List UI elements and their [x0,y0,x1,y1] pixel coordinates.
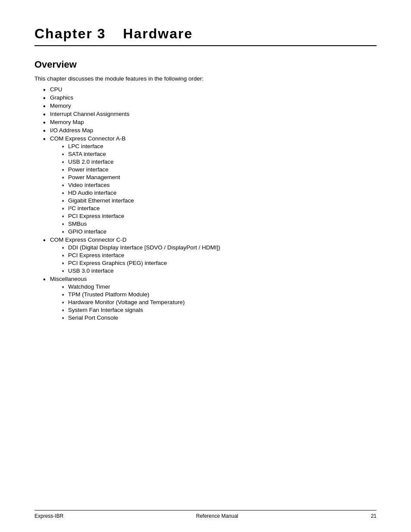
main-list: CPU Graphics Memory Interrupt Channel As… [34,86,377,321]
sub-list-item: USB 2.0 interface [62,159,377,165]
sub-list-item: Hardware Monitor (Voltage and Temperatur… [62,299,377,305]
overview-section: Overview This chapter discusses the modu… [34,59,377,321]
sub-list-item: LPC interface [62,143,377,149]
chapter-title: Chapter 3Hardware [34,26,377,42]
footer-center: Reference Manual [196,513,238,519]
sub-list-item: USB 3.0 interface [62,268,377,274]
intro-text: This chapter discusses the module featur… [34,75,377,82]
chapter-number: Chapter 3 [34,26,106,41]
sub-list-item: DDI (Digital Display Interface [SDVO / D… [62,244,377,251]
sub-list-item: HD Audio interface [62,190,377,196]
sub-list-item: I²C interface [62,205,377,212]
sub-list-item: GPIO interface [62,228,377,235]
sub-list-item: Power interface [62,166,377,173]
sub-list: LPC interface SATA interface USB 2.0 int… [50,143,377,235]
sub-list-item: SATA interface [62,151,377,157]
footer-left: Express-IBR [34,513,63,519]
sub-list-item: PCI Express interface [62,252,377,258]
list-item: Memory Map [43,119,377,125]
section-title: Overview [34,59,377,70]
sub-list-item: TPM (Trusted Platform Module) [62,291,377,298]
list-item: I/O Address Map [43,127,377,134]
list-item: Miscellaneous Watchdog Timer TPM (Truste… [43,276,377,321]
list-item: Interrupt Channel Assignments [43,111,377,117]
sub-list-item: Video interfaces [62,182,377,188]
list-item: Memory [43,103,377,109]
chapter-header: Chapter 3Hardware [34,26,377,46]
sub-list-item: SMBus [62,221,377,227]
sub-list-item: PCI Express Graphics (PEG) interface [62,260,377,266]
chapter-name: Hardware [123,26,193,41]
page: Chapter 3Hardware Overview This chapter … [0,0,411,532]
page-footer: Express-IBR Reference Manual 21 [34,510,377,519]
sub-list-item: Serial Port Console [62,314,377,321]
sub-list-item: PCI Express interface [62,213,377,219]
list-item: COM Express Connector A-B LPC interface … [43,135,377,235]
sub-list: DDI (Digital Display Interface [SDVO / D… [50,244,377,274]
sub-list-item: Power Management [62,174,377,180]
list-item: Graphics [43,94,377,101]
sub-list-item: Watchdog Timer [62,283,377,290]
list-item: CPU [43,86,377,93]
footer-right: 21 [371,513,377,519]
list-item: COM Express Connector C-D DDI (Digital D… [43,236,377,274]
sub-list: Watchdog Timer TPM (Trusted Platform Mod… [50,283,377,321]
sub-list-item: System Fan Interface signals [62,307,377,313]
sub-list-item: Gigabit Ethernet interface [62,197,377,204]
